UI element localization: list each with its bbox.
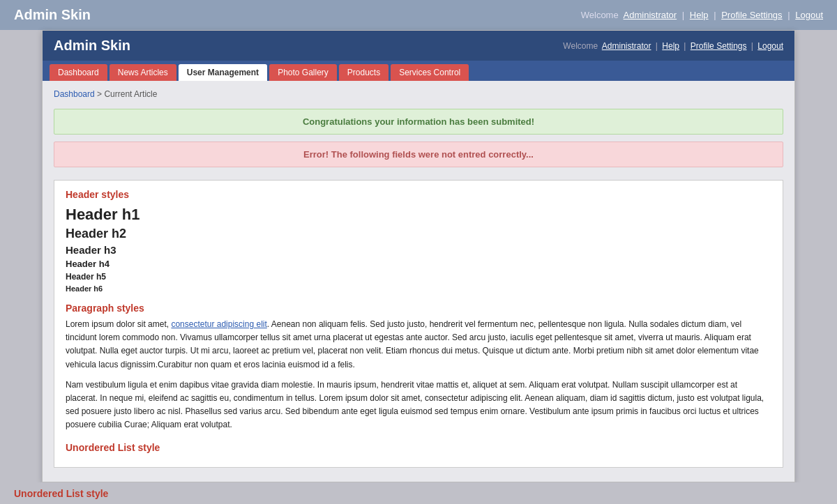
- tab-news-articles[interactable]: News Articles: [110, 64, 176, 81]
- tab-services-control[interactable]: Services Control: [391, 64, 469, 81]
- unordered-list-title: Unordered List style: [66, 442, 771, 453]
- paragraph-1-link[interactable]: consectetur adipiscing elit: [171, 319, 266, 329]
- error-message: Error! The following fields were not ent…: [54, 142, 783, 167]
- main-container: Admin Skin Welcome Administrator | Help …: [42, 30, 795, 482]
- admin-welcome-text: Welcome: [563, 41, 598, 51]
- breadcrumb-home[interactable]: Dashboard: [54, 89, 95, 99]
- top-bar-title: Admin Skin: [14, 7, 91, 23]
- tab-photo-gallery[interactable]: Photo Gallery: [269, 64, 337, 81]
- admin-help-link[interactable]: Help: [662, 41, 679, 51]
- header-styles-title: Header styles: [66, 189, 771, 200]
- article-content: Header styles Header h1 Header h2 Header…: [54, 180, 783, 468]
- top-bar: Admin Skin Welcome Administrator | Help …: [0, 0, 837, 30]
- bottom-unordered-list-title: Unordered List style: [14, 488, 823, 499]
- top-bar-nav: Welcome Administrator | Help | Profile S…: [578, 10, 823, 20]
- content-area: Dashboard > Current Article Congratulati…: [43, 81, 794, 482]
- admin-profile-settings-link[interactable]: Profile Settings: [691, 41, 747, 51]
- top-bar-username[interactable]: Administrator: [624, 10, 677, 20]
- tab-user-management[interactable]: User Management: [179, 64, 267, 81]
- success-message: Congratulations your information has bee…: [54, 109, 783, 135]
- top-bar-logout[interactable]: Logout: [795, 10, 823, 20]
- breadcrumb-current: Current Article: [104, 89, 157, 99]
- paragraph-1-prefix: Lorem ipsum dolor sit amet,: [66, 319, 171, 329]
- header-h3: Header h3: [66, 244, 771, 256]
- admin-header: Admin Skin Welcome Administrator | Help …: [43, 31, 794, 61]
- breadcrumb-separator: >: [97, 89, 102, 99]
- admin-title: Admin Skin: [54, 38, 130, 54]
- tab-products[interactable]: Products: [339, 64, 389, 81]
- header-h5: Header h5: [66, 272, 771, 282]
- header-h4: Header h4: [66, 259, 771, 269]
- header-h1: Header h1: [66, 206, 771, 224]
- admin-username[interactable]: Administrator: [602, 41, 651, 51]
- top-bar-profile-settings[interactable]: Profile Settings: [721, 10, 782, 20]
- breadcrumb: Dashboard > Current Article: [54, 89, 783, 99]
- nav-tabs: Dashboard News Articles User Management …: [43, 61, 794, 81]
- header-h2: Header h2: [66, 227, 771, 241]
- top-bar-help[interactable]: Help: [690, 10, 709, 20]
- top-bar-welcome: Welcome: [581, 10, 619, 20]
- admin-user-nav: Welcome Administrator | Help | Profile S…: [561, 41, 783, 51]
- paragraph-2: Nam vestibulum ligula et enim dapibus vi…: [66, 379, 771, 432]
- bottom-bar: Unordered List style: [0, 482, 837, 505]
- header-h6: Header h6: [66, 284, 771, 293]
- paragraph-styles-title: Paragraph styles: [66, 303, 771, 314]
- tab-dashboard[interactable]: Dashboard: [50, 64, 107, 81]
- admin-logout-link[interactable]: Logout: [757, 41, 783, 51]
- paragraph-1: Lorem ipsum dolor sit amet, consectetur …: [66, 318, 771, 372]
